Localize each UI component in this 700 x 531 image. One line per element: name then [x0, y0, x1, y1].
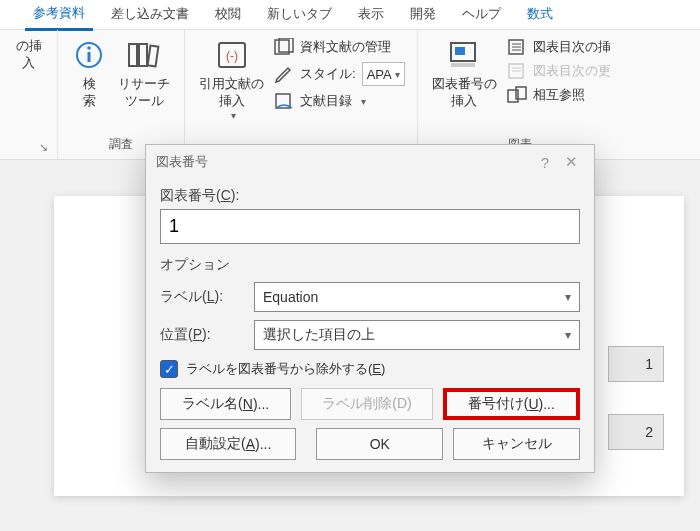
insert-footnote-partial[interactable]: の挿入: [8, 34, 49, 72]
tab-developer[interactable]: 開発: [402, 0, 444, 29]
exclude-checkbox[interactable]: ✓: [160, 360, 178, 378]
position-label: 位置(P):: [160, 326, 242, 344]
crossref-button[interactable]: 相互参照: [507, 86, 611, 104]
ok-button[interactable]: OK: [316, 428, 443, 460]
pencil-icon: [274, 65, 294, 83]
help-button[interactable]: ?: [532, 154, 558, 171]
tof-icon: [507, 38, 527, 56]
citation-icon: (-): [215, 38, 249, 72]
svg-rect-3: [129, 44, 137, 66]
caption-field-label: 図表番号(C):: [160, 187, 580, 205]
sources-icon: [274, 38, 294, 56]
chevron-down-icon: ▾: [231, 110, 236, 121]
info-icon: [72, 38, 106, 72]
tab-review[interactable]: 校閲: [207, 0, 249, 29]
svg-text:(-): (-): [226, 49, 238, 63]
svg-rect-5: [148, 46, 159, 67]
chevron-down-icon: ▾: [361, 96, 366, 107]
bibliography-icon: [274, 92, 294, 110]
cancel-button[interactable]: キャンセル: [453, 428, 580, 460]
chevron-down-icon: ▾: [565, 328, 571, 342]
label-combo[interactable]: Equation ▾: [254, 282, 580, 312]
numbering-button[interactable]: 番号付け(U)...: [443, 388, 580, 420]
svg-rect-13: [451, 63, 475, 67]
position-combo[interactable]: 選択した項目の上 ▾: [254, 320, 580, 350]
update-tof-button[interactable]: 図表目次の更: [507, 62, 611, 80]
manage-sources-button[interactable]: 資料文献の管理: [274, 38, 405, 56]
tab-view[interactable]: 表示: [350, 0, 392, 29]
style-select[interactable]: スタイル: APA ▾: [274, 62, 405, 86]
crossref-icon: [507, 86, 527, 104]
insert-tof-button[interactable]: 図表目次の挿: [507, 38, 611, 56]
delete-label-button: ラベル削除(D): [301, 388, 432, 420]
options-heading: オプション: [160, 256, 580, 274]
tab-new[interactable]: 新しいタブ: [259, 0, 340, 29]
tab-help[interactable]: ヘルプ: [454, 0, 509, 29]
caption-dialog: 図表番号 ? ✕ 図表番号(C): オプション ラベル(L): Equation…: [145, 144, 595, 473]
chevron-down-icon: ▾: [395, 69, 400, 80]
svg-rect-12: [455, 47, 465, 55]
research-tool-button[interactable]: リサーチ ツール: [112, 34, 176, 110]
svg-rect-1: [88, 52, 91, 62]
search-button[interactable]: 検 索: [66, 34, 112, 110]
autocaption-button[interactable]: 自動設定(A)...: [160, 428, 296, 460]
insert-citation-button[interactable]: (-) 引用文献の 挿入 ▾: [193, 34, 270, 121]
close-button[interactable]: ✕: [558, 153, 584, 171]
caption-icon: [447, 38, 481, 72]
label-label: ラベル(L):: [160, 288, 242, 306]
caption-input[interactable]: [160, 209, 580, 244]
bibliography-button[interactable]: 文献目録 ▾: [274, 92, 405, 110]
svg-point-2: [87, 46, 91, 50]
table-cell[interactable]: 2: [608, 414, 664, 450]
svg-rect-4: [139, 44, 147, 66]
books-icon: [127, 38, 161, 72]
dialog-title: 図表番号: [156, 153, 208, 171]
chevron-down-icon: ▾: [565, 290, 571, 304]
insert-caption-button[interactable]: 図表番号の 挿入: [426, 34, 503, 110]
new-label-button[interactable]: ラベル名(N)...: [160, 388, 291, 420]
table-cell[interactable]: 1: [608, 346, 664, 382]
tab-references[interactable]: 参考資料: [25, 0, 93, 31]
tab-mailings[interactable]: 差し込み文書: [103, 0, 197, 29]
group-launcher-icon[interactable]: ↘: [39, 141, 53, 155]
tab-equation[interactable]: 数式: [519, 0, 561, 29]
tof-update-icon: [507, 62, 527, 80]
exclude-label: ラベルを図表番号から除外する(E): [186, 360, 385, 378]
